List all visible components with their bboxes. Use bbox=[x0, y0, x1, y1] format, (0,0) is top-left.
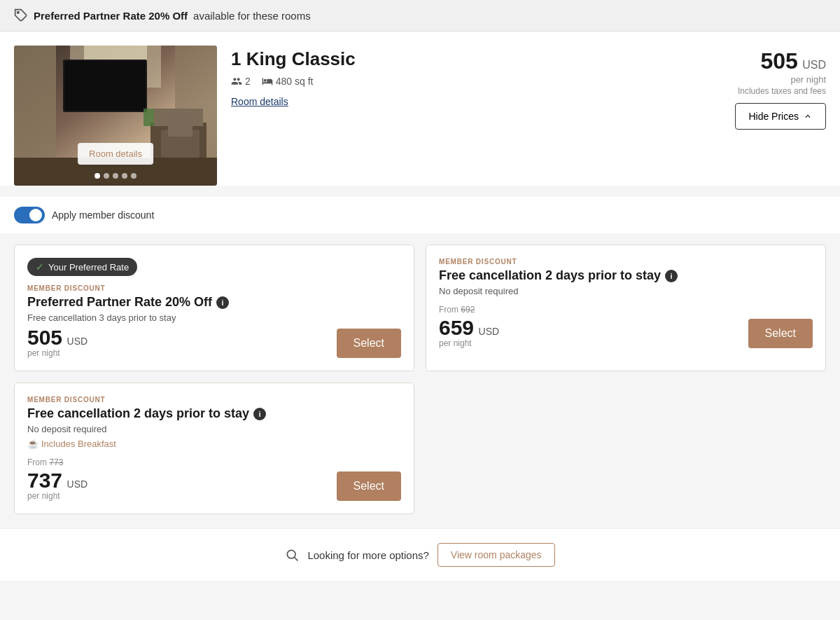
dot-1[interactable] bbox=[94, 173, 100, 179]
bottom-bar: Looking for more options? View room pack… bbox=[0, 528, 840, 581]
rate-card-free-cancel: MEMBER DISCOUNT Free cancellation 2 days… bbox=[426, 244, 826, 371]
from-label-1: From bbox=[439, 305, 458, 315]
from-label-2: From bbox=[27, 457, 47, 467]
rate-price-col-2: 737 USD per night bbox=[27, 470, 88, 501]
rate-price-row-1: 659 USD per night Select bbox=[439, 317, 813, 348]
room-sqft: 480 sq ft bbox=[276, 76, 314, 87]
coffee-icon: ☕ bbox=[27, 439, 38, 449]
hide-prices-button[interactable]: Hide Prices bbox=[735, 103, 826, 130]
rate-price-display-1: 659 USD bbox=[439, 317, 499, 338]
room-guests: 2 bbox=[231, 76, 251, 87]
rate-subtitle-1: No deposit required bbox=[439, 286, 813, 296]
rate-price-display-2: 737 USD bbox=[27, 470, 88, 491]
image-dots bbox=[94, 173, 136, 179]
svg-point-14 bbox=[288, 550, 296, 558]
room-price-currency: USD bbox=[802, 59, 826, 71]
from-price-2: 773 bbox=[49, 457, 63, 467]
rate-title-text-0: Preferred Partner Rate 20% Off bbox=[27, 295, 212, 310]
rate-title-2: Free cancellation 2 days prior to stay i bbox=[27, 406, 401, 421]
rate-subtitle-2: No deposit required bbox=[27, 424, 401, 434]
room-price-col: 505 USD per night Includes taxes and fee… bbox=[686, 46, 826, 186]
rate-price-row-0: 505 USD per night Select bbox=[27, 327, 401, 358]
room-image-svg bbox=[14, 46, 217, 186]
svg-rect-11 bbox=[144, 109, 154, 126]
hide-prices-label: Hide Prices bbox=[748, 111, 799, 122]
room-meta: 2 480 sq ft bbox=[231, 76, 672, 87]
guests-icon bbox=[231, 76, 242, 87]
rate-price-col-0: 505 USD per night bbox=[27, 327, 88, 358]
chevron-up-icon bbox=[803, 111, 813, 121]
select-button-0[interactable]: Select bbox=[337, 329, 401, 358]
rate-subtitle-0: Free cancellation 3 days prior to stay bbox=[27, 312, 401, 323]
tag-icon bbox=[14, 8, 28, 22]
dot-3[interactable] bbox=[113, 173, 118, 179]
guests-count: 2 bbox=[245, 76, 251, 87]
room-image bbox=[14, 46, 217, 186]
search-icon bbox=[285, 548, 299, 562]
rate-price-main-2: 737 bbox=[27, 469, 62, 492]
preferred-badge-label: Your Preferred Rate bbox=[48, 262, 129, 273]
empty-col bbox=[426, 383, 826, 514]
rate-row-1: ✓ Your Preferred Rate MEMBER DISCOUNT Pr… bbox=[14, 244, 826, 371]
looking-text: Looking for more options? bbox=[307, 549, 428, 561]
rate-per-night-1: per night bbox=[439, 338, 499, 348]
room-details-link[interactable]: Room details bbox=[231, 96, 288, 107]
rate-price-currency-1: USD bbox=[479, 326, 500, 337]
room-per-night: per night bbox=[686, 74, 826, 85]
rate-price-currency-2: USD bbox=[67, 478, 88, 490]
member-discount-label-0: MEMBER DISCOUNT bbox=[27, 284, 401, 292]
bed-icon bbox=[262, 76, 273, 87]
member-discount-toggle[interactable] bbox=[14, 207, 45, 223]
room-image-container: Room details bbox=[14, 46, 217, 186]
banner-normal-text: available for these rooms bbox=[193, 10, 311, 22]
dot-5[interactable] bbox=[131, 173, 136, 179]
info-icon-1[interactable]: i bbox=[665, 270, 678, 282]
rate-from-2: From 773 bbox=[27, 457, 401, 467]
rate-title-text-2: Free cancellation 2 days prior to stay bbox=[27, 406, 249, 421]
rate-price-row-2: 737 USD per night Select bbox=[27, 470, 401, 501]
rate-price-col-1: 659 USD per night bbox=[439, 317, 499, 348]
room-info: 1 King Classic 2 480 sq ft Room details bbox=[231, 46, 672, 186]
dot-4[interactable] bbox=[122, 173, 127, 179]
member-discount-label-2: MEMBER DISCOUNT bbox=[27, 396, 401, 404]
rate-price-currency-0: USD bbox=[67, 336, 88, 347]
room-title: 1 King Classic bbox=[231, 48, 672, 70]
member-discount-label-1: MEMBER DISCOUNT bbox=[439, 258, 813, 266]
rate-cards-area: ✓ Your Preferred Rate MEMBER DISCOUNT Pr… bbox=[0, 233, 840, 528]
rate-from-1: From 692 bbox=[439, 305, 813, 315]
view-packages-button[interactable]: View room packages bbox=[438, 543, 555, 567]
rate-title-1: Free cancellation 2 days prior to stay i bbox=[439, 268, 813, 283]
rate-price-display-0: 505 USD bbox=[27, 327, 88, 348]
rate-price-main-1: 659 bbox=[439, 316, 474, 339]
banner-bold-text: Preferred Partner Rate 20% Off bbox=[34, 10, 188, 22]
member-toggle-row: Apply member discount bbox=[0, 197, 840, 233]
info-icon-2[interactable]: i bbox=[253, 408, 266, 420]
svg-rect-13 bbox=[168, 116, 192, 137]
rate-card-preferred: ✓ Your Preferred Rate MEMBER DISCOUNT Pr… bbox=[14, 244, 414, 371]
select-button-1[interactable]: Select bbox=[748, 319, 813, 348]
checkmark-icon: ✓ bbox=[36, 261, 44, 273]
rate-row-2: MEMBER DISCOUNT Free cancellation 2 days… bbox=[14, 383, 826, 514]
preferred-badge: ✓ Your Preferred Rate bbox=[27, 258, 137, 276]
toggle-label: Apply member discount bbox=[52, 209, 154, 221]
room-taxes: Includes taxes and fees bbox=[686, 86, 826, 96]
room-header: Room details 1 King Classic 2 bbox=[14, 46, 826, 186]
rate-card-breakfast: MEMBER DISCOUNT Free cancellation 2 days… bbox=[14, 383, 414, 514]
rate-title-0: Preferred Partner Rate 20% Off i bbox=[27, 295, 401, 310]
select-button-2[interactable]: Select bbox=[337, 471, 401, 501]
svg-point-0 bbox=[18, 12, 20, 14]
toggle-thumb bbox=[29, 209, 42, 221]
room-size: 480 sq ft bbox=[262, 76, 314, 87]
info-icon-0[interactable]: i bbox=[216, 296, 229, 309]
room-details-overlay[interactable]: Room details bbox=[78, 143, 153, 165]
rate-per-night-2: per night bbox=[27, 491, 88, 501]
includes-breakfast: ☕ Includes Breakfast bbox=[27, 439, 401, 449]
top-banner: Preferred Partner Rate 20% Off available… bbox=[0, 0, 840, 32]
dot-2[interactable] bbox=[104, 173, 109, 179]
room-price-main: 505 bbox=[760, 48, 797, 74]
rate-per-night-0: per night bbox=[27, 348, 88, 358]
room-price-display: 505 USD bbox=[686, 48, 826, 74]
svg-rect-7 bbox=[64, 61, 146, 111]
from-price-1: 692 bbox=[461, 305, 475, 315]
rate-title-text-1: Free cancellation 2 days prior to stay bbox=[439, 268, 661, 283]
